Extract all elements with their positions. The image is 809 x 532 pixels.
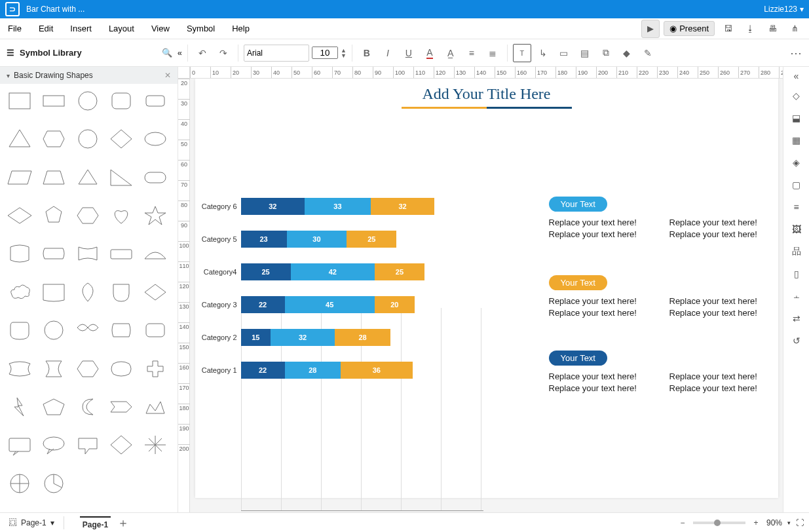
fullscreen-icon[interactable]: ⛶ — [796, 518, 804, 527]
shape-item[interactable] — [5, 433, 37, 468]
shape-item[interactable] — [73, 166, 105, 201]
shape-item[interactable] — [5, 395, 37, 430]
print-icon[interactable]: 🖶 — [763, 20, 781, 38]
tab-page1[interactable]: Page-1 — [80, 516, 111, 529]
sitemap-icon[interactable]: 品 — [787, 242, 806, 261]
shape-item[interactable] — [107, 280, 138, 316]
text-block[interactable]: Your TextReplace your text here!Replace … — [549, 197, 778, 240]
shape-item[interactable] — [39, 433, 71, 468]
page-icon[interactable]: ▯ — [787, 265, 806, 283]
shape-item[interactable] — [141, 280, 172, 316]
share-icon[interactable]: ⋔ — [785, 20, 804, 38]
close-icon[interactable]: ✕ — [164, 71, 171, 80]
shape-item[interactable] — [39, 395, 71, 430]
text-color-icon[interactable]: A — [421, 44, 439, 62]
shape-item[interactable] — [73, 242, 105, 277]
shape-item[interactable] — [141, 395, 172, 430]
shape-item[interactable] — [107, 166, 138, 201]
search-icon[interactable]: 🔍 — [162, 48, 172, 58]
export-icon[interactable]: ⬓ — [787, 109, 806, 127]
text-box-icon[interactable]: T — [513, 44, 531, 62]
page-selector[interactable]: ⿴ Page-1 ▾ — [5, 517, 58, 529]
menu-view[interactable]: View — [151, 24, 170, 33]
shape-item[interactable] — [5, 472, 37, 507]
shape-item[interactable] — [73, 318, 105, 354]
shape-item[interactable] — [141, 204, 172, 239]
shape-item[interactable] — [39, 280, 71, 316]
shape-item[interactable] — [39, 242, 71, 277]
connector-icon[interactable]: ↳ — [534, 44, 552, 62]
shape-item[interactable] — [5, 127, 37, 162]
present-icon[interactable]: ▢ — [787, 176, 806, 194]
vertical-align-icon[interactable]: ≣ — [483, 44, 502, 62]
highlight-icon[interactable]: A̲ — [442, 44, 460, 62]
image-icon[interactable]: 🖼 — [787, 220, 806, 238]
save-icon[interactable]: 🖫 — [719, 20, 737, 38]
shape-item[interactable] — [141, 242, 172, 277]
shape-item[interactable] — [107, 242, 138, 277]
collapse-right-icon[interactable]: « — [787, 69, 806, 83]
fill-tool-icon[interactable]: ◇ — [787, 86, 806, 105]
shape-item[interactable] — [107, 433, 138, 468]
zoom-out-icon[interactable]: − — [677, 518, 688, 527]
shape-item[interactable] — [5, 242, 37, 277]
shape-item[interactable] — [39, 318, 71, 354]
shape-item[interactable] — [73, 433, 105, 468]
fill-icon[interactable]: ▤ — [576, 44, 594, 62]
zoom-chevron-icon[interactable]: ▾ — [787, 520, 791, 526]
shape-item[interactable] — [5, 204, 37, 239]
shape-item[interactable] — [5, 357, 37, 392]
shape-item[interactable] — [107, 204, 138, 239]
stacked-bar-chart[interactable]: Category 6323332Category 5233025Category… — [195, 193, 490, 390]
size-stepper-icon[interactable]: ▲▼ — [341, 48, 347, 58]
zoom-in-icon[interactable]: + — [751, 518, 761, 527]
menu-file[interactable]: File — [8, 24, 22, 33]
add-page-icon[interactable]: ＋ — [117, 515, 129, 531]
shape-item[interactable] — [73, 127, 105, 162]
shape-item[interactable] — [73, 395, 105, 430]
shape-item[interactable] — [107, 357, 138, 392]
shape-item[interactable] — [141, 89, 172, 124]
layers-icon[interactable]: ◈ — [787, 153, 806, 172]
shape-item[interactable] — [107, 395, 138, 430]
collapse-left-icon[interactable]: « — [178, 48, 182, 58]
shape-item[interactable] — [5, 166, 37, 201]
shape-item[interactable] — [107, 127, 138, 162]
undo-icon[interactable]: ↶ — [193, 44, 212, 62]
more-icon[interactable]: ⋯ — [787, 44, 805, 62]
menu-layout[interactable]: Layout — [109, 24, 134, 33]
shape-item[interactable] — [5, 280, 37, 316]
shape-item[interactable] — [73, 357, 105, 392]
shape-item[interactable] — [73, 280, 105, 316]
redo-icon[interactable]: ↷ — [214, 44, 233, 62]
history-icon[interactable]: ↺ — [787, 332, 806, 350]
shape-item[interactable] — [39, 166, 71, 201]
shape-item[interactable] — [39, 89, 71, 124]
line-style-icon[interactable]: ▭ — [555, 44, 573, 62]
zoom-slider[interactable] — [693, 522, 745, 524]
bold-icon[interactable]: B — [358, 44, 376, 62]
shape-item[interactable] — [107, 318, 138, 354]
shape-item[interactable] — [73, 204, 105, 239]
canvas-scroll[interactable]: Add Your Title Here Category 6323332Cate… — [190, 79, 783, 512]
shape-item[interactable] — [141, 166, 172, 201]
italic-icon[interactable]: I — [379, 44, 397, 62]
menu-help[interactable]: Help — [232, 24, 250, 33]
shape-item[interactable] — [73, 89, 105, 124]
group-icon[interactable]: ⧉ — [597, 44, 615, 62]
grid-tool-icon[interactable]: ▦ — [787, 131, 806, 149]
page[interactable]: Add Your Title Here Category 6323332Cate… — [195, 79, 778, 498]
page-title[interactable]: Add Your Title Here — [195, 79, 778, 107]
text-block[interactable]: Your TextReplace your text here!Replace … — [549, 351, 778, 394]
shape-item[interactable] — [141, 433, 172, 468]
slideshow-icon[interactable]: ▶ — [641, 20, 660, 38]
data-icon[interactable]: ≡ — [787, 198, 806, 216]
panel-header[interactable]: ▾ Basic Drawing Shapes ✕ — [0, 67, 178, 84]
download-icon[interactable]: ⭳ — [741, 20, 759, 38]
font-size-select[interactable] — [312, 47, 338, 59]
shape-item[interactable] — [39, 127, 71, 162]
menu-edit[interactable]: Edit — [39, 24, 53, 33]
shape-item[interactable] — [5, 318, 37, 354]
shape-item[interactable] — [141, 318, 172, 354]
text-align-icon[interactable]: ≡ — [462, 44, 481, 62]
